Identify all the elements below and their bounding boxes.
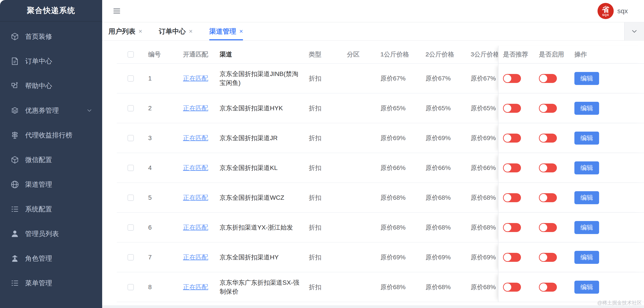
price-2kg: 原价68% xyxy=(426,223,471,232)
enable-toggle[interactable] xyxy=(539,283,557,292)
recommend-toggle[interactable] xyxy=(503,253,521,262)
price-3kg: 原价68% xyxy=(471,223,498,232)
sidebar-item-agent-ranking[interactable]: 代理收益排行榜 xyxy=(0,123,102,148)
price-3kg: 原价69% xyxy=(471,134,498,142)
action-cell: 编辑 xyxy=(574,72,644,85)
toggle-knob xyxy=(540,254,547,261)
enable-toggle[interactable] xyxy=(539,104,557,113)
enable-toggle[interactable] xyxy=(539,223,557,232)
price-1kg: 原价69% xyxy=(380,253,426,262)
match-status-link[interactable]: 正在匹配 xyxy=(183,105,208,112)
close-icon[interactable]: × xyxy=(138,28,142,35)
sidebar-item-label: 订单中心 xyxy=(25,57,52,66)
row-id: 3 xyxy=(148,135,183,142)
row-checkbox[interactable] xyxy=(128,195,134,201)
price-2kg: 原价68% xyxy=(426,193,471,202)
channel-type: 折扣 xyxy=(309,253,347,262)
match-status-link[interactable]: 正在匹配 xyxy=(183,194,208,201)
recommend-toggle[interactable] xyxy=(503,134,521,143)
channel-type: 折扣 xyxy=(309,134,347,142)
row-checkbox[interactable] xyxy=(128,75,134,82)
row-checkbox[interactable] xyxy=(128,284,134,290)
hamburger-icon[interactable] xyxy=(112,6,121,15)
toggle-knob xyxy=(504,283,511,291)
enable-toggle[interactable] xyxy=(539,74,557,83)
table-row: 5正在匹配京东全国折扣渠道WCZ折扣原价68%原价68%原价68%编辑 xyxy=(117,183,644,213)
user-menu[interactable]: 省 SQX sqx xyxy=(598,3,628,19)
channel-table: 编号 开通匹配 渠道 类型 分区 1公斤价格 2公斤价格 3公斤价格 是否推荐 … xyxy=(117,46,644,302)
row-checkbox[interactable] xyxy=(128,105,134,111)
channel-type: 折扣 xyxy=(309,74,347,83)
enable-toggle[interactable] xyxy=(539,134,557,143)
recommend-cell xyxy=(498,283,539,292)
sidebar-item-order-center[interactable]: 订单中心 xyxy=(0,49,102,74)
sidebar-item-system-config[interactable]: 系统配置 xyxy=(0,197,102,221)
close-icon[interactable]: × xyxy=(189,28,192,35)
enable-cell xyxy=(539,163,574,172)
toggle-knob xyxy=(504,254,511,261)
sidebar-item-label: 微信配置 xyxy=(25,155,52,164)
tab-订单中心[interactable]: 订单中心× xyxy=(159,22,192,40)
fixed-row-columns: 编辑 xyxy=(498,213,644,242)
row-checkbox[interactable] xyxy=(128,165,134,171)
sidebar-item-home-decor[interactable]: 首页装修 xyxy=(0,24,102,49)
recommend-toggle[interactable] xyxy=(503,283,521,292)
recommend-toggle[interactable] xyxy=(503,223,521,232)
enable-toggle[interactable] xyxy=(539,253,557,262)
recommend-toggle[interactable] xyxy=(503,74,521,83)
price-2kg: 原价68% xyxy=(426,283,471,292)
role-icon xyxy=(10,254,19,263)
toggle-knob xyxy=(540,105,547,112)
sidebar-item-wechat-config[interactable]: 微信配置 xyxy=(0,148,102,172)
row-checkbox[interactable] xyxy=(128,224,134,231)
action-cell: 编辑 xyxy=(574,132,644,145)
edit-button[interactable]: 编辑 xyxy=(574,191,599,204)
edit-button[interactable]: 编辑 xyxy=(574,281,599,294)
match-status-link[interactable]: 正在匹配 xyxy=(183,75,208,82)
sidebar-item-role-management[interactable]: 角色管理 xyxy=(0,246,102,271)
row-id: 6 xyxy=(148,224,183,231)
edit-button[interactable]: 编辑 xyxy=(574,132,599,145)
sidebar-header: 聚合快递系统 xyxy=(0,0,102,21)
header-select-cell xyxy=(117,51,148,58)
row-select-cell xyxy=(117,75,148,82)
edit-button[interactable]: 编辑 xyxy=(574,251,599,264)
edit-button[interactable]: 编辑 xyxy=(574,161,599,174)
recommend-toggle[interactable] xyxy=(503,104,521,113)
tab-dropdown-button[interactable] xyxy=(624,22,644,40)
match-status-link[interactable]: 正在匹配 xyxy=(183,164,208,171)
select-all-checkbox[interactable] xyxy=(128,51,134,58)
tab-用户列表[interactable]: 用户列表× xyxy=(108,22,142,40)
user-icon xyxy=(10,229,19,238)
row-match-cell: 正在匹配 xyxy=(183,193,220,202)
tab-渠道管理[interactable]: 渠道管理× xyxy=(209,22,243,40)
price-3kg: 原价65% xyxy=(471,104,498,113)
sidebar-item-channel-management[interactable]: 渠道管理 xyxy=(0,172,102,197)
match-status-link[interactable]: 正在匹配 xyxy=(183,284,208,291)
row-select-cell xyxy=(117,284,148,290)
sidebar-item-admin-list[interactable]: 管理员列表 xyxy=(0,221,102,246)
sidebar-item-label: 代理收益排行榜 xyxy=(25,131,72,140)
sidebar-item-help-center[interactable]: 帮助中心 xyxy=(0,74,102,98)
row-checkbox[interactable] xyxy=(128,254,134,261)
sidebar-item-label: 管理员列表 xyxy=(25,229,59,239)
edit-button[interactable]: 编辑 xyxy=(574,72,599,85)
edit-button[interactable]: 编辑 xyxy=(574,221,599,234)
fixed-row-columns: 编辑 xyxy=(498,94,644,123)
match-status-link[interactable]: 正在匹配 xyxy=(183,135,208,142)
row-checkbox[interactable] xyxy=(128,135,134,141)
recommend-cell xyxy=(498,104,539,113)
table-header-row: 编号 开通匹配 渠道 类型 分区 1公斤价格 2公斤价格 3公斤价格 是否推荐 … xyxy=(117,46,644,64)
recommend-toggle[interactable] xyxy=(503,193,521,202)
sidebar-item-coupon-management[interactable]: 优惠券管理 xyxy=(0,98,102,123)
sidebar-item-menu-management[interactable]: 菜单管理 xyxy=(0,271,102,296)
enable-toggle[interactable] xyxy=(539,193,557,202)
close-icon[interactable]: × xyxy=(239,28,243,35)
toggle-knob xyxy=(504,224,511,231)
match-status-link[interactable]: 正在匹配 xyxy=(183,254,208,261)
recommend-toggle[interactable] xyxy=(503,163,521,172)
price-1kg: 原价68% xyxy=(380,283,426,292)
enable-toggle[interactable] xyxy=(539,163,557,172)
edit-button[interactable]: 编辑 xyxy=(574,102,599,115)
match-status-link[interactable]: 正在匹配 xyxy=(183,224,208,231)
